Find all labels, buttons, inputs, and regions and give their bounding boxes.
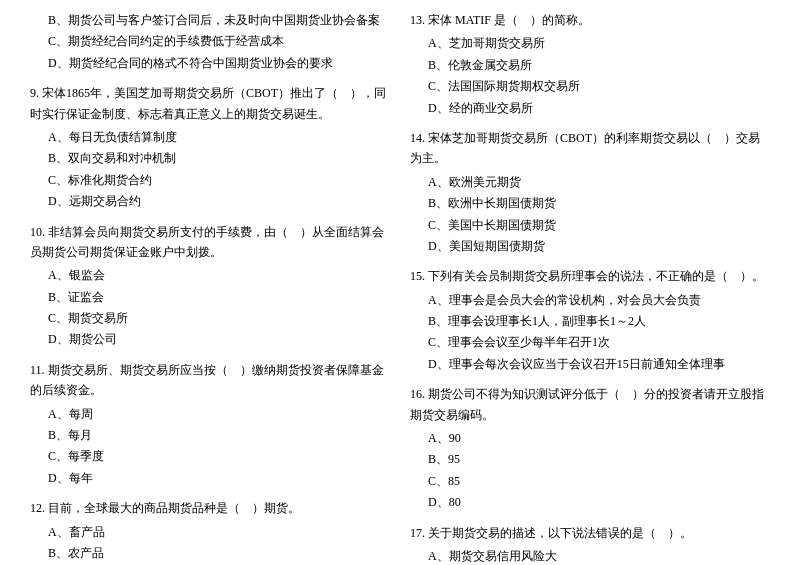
question-12-text: 12. 目前，全球最大的商品期货品种是（ ）期货。	[30, 498, 390, 518]
q16-option-c: C、85	[410, 471, 770, 491]
q17-option-a: A、期货交易信用风险大	[410, 546, 770, 565]
q10-option-c: C、期货交易所	[30, 308, 390, 328]
q10-option-a: A、银监会	[30, 265, 390, 285]
question-10: 10. 非结算会员向期货交易所支付的手续费，由（ ）从全面结算会员期货公司期货保…	[30, 222, 390, 350]
q16-option-a: A、90	[410, 428, 770, 448]
question-14: 14. 宋体芝加哥期货交易所（CBOT）的利率期货交易以（ ）交易为主。 A、欧…	[410, 128, 770, 256]
question-16-text: 16. 期货公司不得为知识测试评分低于（ ）分的投资者请开立股指期货交易编码。	[410, 384, 770, 425]
q11-option-a: A、每周	[30, 404, 390, 424]
q13-option-b: B、伦敦金属交易所	[410, 55, 770, 75]
question-13-text: 13. 宋体 MATIF 是（ ）的简称。	[410, 10, 770, 30]
q14-option-a: A、欧洲美元期货	[410, 172, 770, 192]
q15-option-a: A、理事会是会员大会的常设机构，对会员大会负责	[410, 290, 770, 310]
q11-option-c: C、每季度	[30, 446, 390, 466]
q11-option-b: B、每月	[30, 425, 390, 445]
question-10-text: 10. 非结算会员向期货交易所支付的手续费，由（ ）从全面结算会员期货公司期货保…	[30, 222, 390, 263]
option-c-cont: C、期货经纪合同约定的手续费低于经营成本	[30, 31, 390, 51]
question-17-text: 17. 关于期货交易的描述，以下说法错误的是（ ）。	[410, 523, 770, 543]
option-b-cont: B、期货公司与客户签订合同后，未及时向中国期货业协会备案	[30, 10, 390, 30]
q14-option-c: C、美国中长期国债期货	[410, 215, 770, 235]
q15-option-d: D、理事会每次会议应当于会议召开15日前通知全体理事	[410, 354, 770, 374]
q10-option-d: D、期货公司	[30, 329, 390, 349]
q15-option-b: B、理事会设理事长1人，副理事长1～2人	[410, 311, 770, 331]
q14-option-b: B、欧洲中长期国债期货	[410, 193, 770, 213]
question-17: 17. 关于期货交易的描述，以下说法错误的是（ ）。 A、期货交易信用风险大 B…	[410, 523, 770, 565]
q15-option-c: C、理事会会议至少每半年召开1次	[410, 332, 770, 352]
question-11: 11. 期货交易所、期货交易所应当按（ ）缴纳期货投资者保障基金的后续资金。 A…	[30, 360, 390, 488]
question-13: 13. 宋体 MATIF 是（ ）的简称。 A、芝加哥期货交易所 B、伦敦金属交…	[410, 10, 770, 118]
q13-option-d: D、经的商业交易所	[410, 98, 770, 118]
q11-option-d: D、每年	[30, 468, 390, 488]
q10-option-b: B、证监会	[30, 287, 390, 307]
q9-option-c: C、标准化期货合约	[30, 170, 390, 190]
q14-option-d: D、美国短期国债期货	[410, 236, 770, 256]
left-column: B、期货公司与客户签订合同后，未及时向中国期货业协会备案 C、期货经纪合同约定的…	[30, 10, 390, 565]
right-column: 13. 宋体 MATIF 是（ ）的简称。 A、芝加哥期货交易所 B、伦敦金属交…	[410, 10, 770, 565]
question-14-text: 14. 宋体芝加哥期货交易所（CBOT）的利率期货交易以（ ）交易为主。	[410, 128, 770, 169]
q12-option-a: A、畜产品	[30, 522, 390, 542]
q13-option-a: A、芝加哥期货交易所	[410, 33, 770, 53]
q12-option-b: B、农产品	[30, 543, 390, 563]
q16-option-d: D、80	[410, 492, 770, 512]
question-11-text: 11. 期货交易所、期货交易所应当按（ ）缴纳期货投资者保障基金的后续资金。	[30, 360, 390, 401]
question-15-text: 15. 下列有关会员制期货交易所理事会的说法，不正确的是（ ）。	[410, 266, 770, 286]
question-continuation: B、期货公司与客户签订合同后，未及时向中国期货业协会备案 C、期货经纪合同约定的…	[30, 10, 390, 73]
q13-option-c: C、法国国际期货期权交易所	[410, 76, 770, 96]
option-d-cont: D、期货经纪合同的格式不符合中国期货业协会的要求	[30, 53, 390, 73]
page-content: B、期货公司与客户签订合同后，未及时向中国期货业协会备案 C、期货经纪合同约定的…	[30, 10, 770, 565]
q9-option-b: B、双向交易和对冲机制	[30, 148, 390, 168]
q9-option-a: A、每日无负债结算制度	[30, 127, 390, 147]
question-12: 12. 目前，全球最大的商品期货品种是（ ）期货。 A、畜产品 B、农产品 C、…	[30, 498, 390, 565]
question-16: 16. 期货公司不得为知识测试评分低于（ ）分的投资者请开立股指期货交易编码。 …	[410, 384, 770, 512]
question-9: 9. 宋体1865年，美国芝加哥期货交易所（CBOT）推出了（ ），同时实行保证…	[30, 83, 390, 211]
question-15: 15. 下列有关会员制期货交易所理事会的说法，不正确的是（ ）。 A、理事会是会…	[410, 266, 770, 374]
q16-option-b: B、95	[410, 449, 770, 469]
q9-option-d: D、远期交易合约	[30, 191, 390, 211]
question-9-text: 9. 宋体1865年，美国芝加哥期货交易所（CBOT）推出了（ ），同时实行保证…	[30, 83, 390, 124]
